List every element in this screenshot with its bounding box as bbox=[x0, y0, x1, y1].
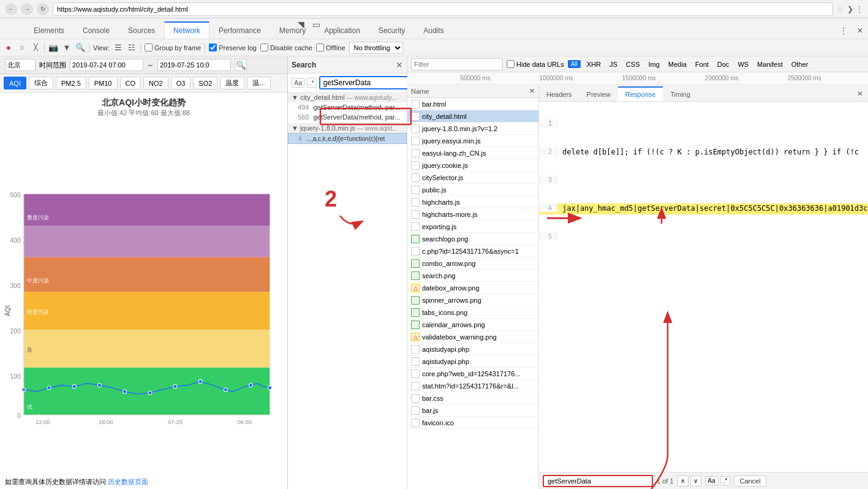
media-filter[interactable]: Media bbox=[666, 60, 689, 69]
list-item[interactable]: aqistudyapi.php bbox=[407, 343, 538, 355]
tab-network[interactable]: Network bbox=[164, 21, 209, 39]
search-result-2-1[interactable]: 4 ...,a,c,k,e,d){e=function(c){ret bbox=[288, 133, 407, 144]
list-item[interactable]: jquery-1.8.0.min.js?v=1.2 bbox=[407, 123, 538, 135]
devtools-inspect-icon[interactable]: ◥ bbox=[298, 20, 304, 29]
search-submit-button[interactable]: 🔍 bbox=[235, 59, 247, 71]
filter-pm25[interactable]: PM2.5 bbox=[56, 77, 86, 89]
search-close-button[interactable]: ✕ bbox=[396, 60, 403, 70]
search-input[interactable] bbox=[319, 76, 420, 89]
doc-filter[interactable]: Doc bbox=[715, 60, 732, 69]
list-item[interactable]: △ datebox_arrow.png bbox=[407, 282, 538, 294]
all-filter-button[interactable]: All bbox=[568, 60, 581, 68]
tab-application[interactable]: Application bbox=[315, 21, 369, 39]
search-group-2-header[interactable]: ▼ jquery-1.8.0.min.js — www.aqist... bbox=[288, 123, 407, 133]
group-by-frame-input[interactable] bbox=[145, 44, 153, 51]
list-item[interactable]: tabs_icons.png bbox=[407, 306, 538, 319]
filter-co[interactable]: CO bbox=[120, 77, 142, 89]
list-item[interactable]: favicon.ico bbox=[407, 417, 538, 429]
bottom-search-input[interactable] bbox=[543, 475, 653, 487]
filter-wendu[interactable]: 温度 bbox=[220, 77, 244, 89]
search-result-1-2[interactable]: 560 getServerData(method, par... bbox=[288, 112, 407, 122]
back-button[interactable]: ← bbox=[5, 3, 17, 15]
filter-icon[interactable]: ▼ bbox=[62, 43, 72, 53]
list-item[interactable]: public.js bbox=[407, 184, 538, 196]
search-cancel-button[interactable]: Cancel bbox=[734, 476, 766, 487]
filter-no2[interactable]: NO2 bbox=[143, 77, 168, 89]
search-network-icon[interactable]: 🔍 bbox=[75, 43, 85, 53]
stop-icon[interactable]: ○ bbox=[17, 43, 27, 53]
list-item[interactable]: exporting.js bbox=[407, 221, 538, 233]
list-item[interactable]: easyui-lang-zh_CN.js bbox=[407, 147, 538, 159]
tab-elements[interactable]: Elements bbox=[25, 21, 74, 39]
js-filter[interactable]: JS bbox=[607, 60, 620, 69]
match-regex-button[interactable]: .* bbox=[720, 476, 731, 485]
list-item[interactable]: core.php?web_id=1254317176... bbox=[407, 368, 538, 380]
city-input[interactable] bbox=[5, 59, 36, 71]
throttle-select[interactable]: No throttling bbox=[349, 42, 403, 54]
tab-audits[interactable]: Audits bbox=[414, 21, 453, 39]
tab-memory[interactable]: Memory bbox=[270, 21, 315, 39]
url-input[interactable] bbox=[53, 2, 833, 16]
list-item[interactable]: searchlogo.png bbox=[407, 233, 538, 245]
xhr-filter[interactable]: XHR bbox=[584, 60, 603, 69]
filter-aqi[interactable]: AQI bbox=[4, 77, 26, 89]
ext-icon-1[interactable]: ❯ bbox=[847, 5, 853, 13]
filter-zonghe[interactable]: 综合 bbox=[29, 77, 53, 89]
search-regex-button[interactable]: .* bbox=[307, 78, 316, 88]
tab-performance[interactable]: Performance bbox=[209, 21, 270, 39]
preserve-log-checkbox[interactable]: Preserve log bbox=[209, 44, 257, 51]
tab-console[interactable]: Console bbox=[74, 21, 119, 39]
devtools-device-icon[interactable]: ▭ bbox=[312, 20, 320, 29]
record-icon[interactable]: ● bbox=[4, 43, 13, 53]
date-to-input[interactable] bbox=[157, 59, 231, 71]
tab-headers[interactable]: Headers bbox=[539, 86, 579, 101]
history-link[interactable]: 历史数据页面 bbox=[108, 478, 148, 485]
list-item[interactable]: △ validatebox_warning.png bbox=[407, 331, 538, 343]
disable-cache-checkbox[interactable]: Disable cache bbox=[260, 44, 312, 51]
list-item[interactable]: bar.html bbox=[407, 98, 538, 110]
list-item[interactable]: bar.js bbox=[407, 404, 538, 417]
ws-filter[interactable]: WS bbox=[735, 60, 751, 69]
filter-pm10[interactable]: PM10 bbox=[89, 77, 118, 89]
preserve-log-input[interactable] bbox=[209, 44, 217, 51]
list-item[interactable]: highcharts-more.js bbox=[407, 208, 538, 221]
bookmark-icon[interactable]: ☆ bbox=[837, 5, 843, 13]
network-filter-input[interactable] bbox=[411, 58, 503, 70]
clear-icon[interactable]: ╳ bbox=[31, 43, 40, 53]
search-next-button[interactable]: ∨ bbox=[690, 476, 701, 487]
list-item[interactable]: spinner_arrows.png bbox=[407, 294, 538, 306]
list-item[interactable]: city_detail.html bbox=[407, 110, 538, 123]
tab-response[interactable]: Response bbox=[618, 86, 663, 101]
date-from-input[interactable] bbox=[70, 59, 143, 71]
match-case-button[interactable]: Aa bbox=[705, 476, 719, 485]
view-list-icon[interactable]: ☰ bbox=[113, 43, 123, 53]
tab-security[interactable]: Security bbox=[369, 21, 414, 39]
tab-sources[interactable]: Sources bbox=[119, 21, 164, 39]
list-item[interactable]: stat.htm?id=1254317176&r=&l... bbox=[407, 380, 538, 392]
details-close-button[interactable]: ✕ bbox=[852, 86, 868, 101]
offline-input[interactable] bbox=[316, 44, 324, 51]
filter-so2[interactable]: SO2 bbox=[193, 77, 217, 89]
list-item[interactable]: c.php?id=1254317176&async=1 bbox=[407, 245, 538, 257]
view-group-icon[interactable]: ☷ bbox=[127, 43, 137, 53]
font-filter[interactable]: Font bbox=[693, 60, 711, 69]
ext-icon-2[interactable]: ⋮ bbox=[856, 5, 863, 13]
hide-data-urls-checkbox[interactable]: Hide data URLs bbox=[507, 60, 564, 68]
list-item[interactable]: highcharts.js bbox=[407, 196, 538, 208]
tab-timing[interactable]: Timing bbox=[663, 86, 698, 101]
search-prev-button[interactable]: ∧ bbox=[677, 476, 689, 487]
forward-button[interactable]: → bbox=[21, 3, 33, 15]
search-result-1-1[interactable]: 494 getServerData(method, par... bbox=[288, 102, 407, 112]
group-by-frame-checkbox[interactable]: Group by frame bbox=[145, 44, 201, 51]
list-item[interactable]: citySelector.js bbox=[407, 172, 538, 184]
list-item[interactable]: combo_arrow.png bbox=[407, 257, 538, 270]
search-group-1-header[interactable]: ▼ city_detail.html — www.aqistudy... bbox=[288, 93, 407, 102]
close-column[interactable]: ✕ bbox=[529, 87, 535, 95]
list-item[interactable]: aqistudyapi.php bbox=[407, 355, 538, 368]
other-filter[interactable]: Other bbox=[789, 60, 811, 69]
list-item[interactable]: bar.css bbox=[407, 392, 538, 404]
manifest-filter[interactable]: Manifest bbox=[755, 60, 785, 69]
camera-icon[interactable]: 📷 bbox=[48, 43, 58, 53]
css-filter[interactable]: CSS bbox=[624, 60, 643, 69]
search-aa-button[interactable]: Aa bbox=[292, 78, 304, 88]
